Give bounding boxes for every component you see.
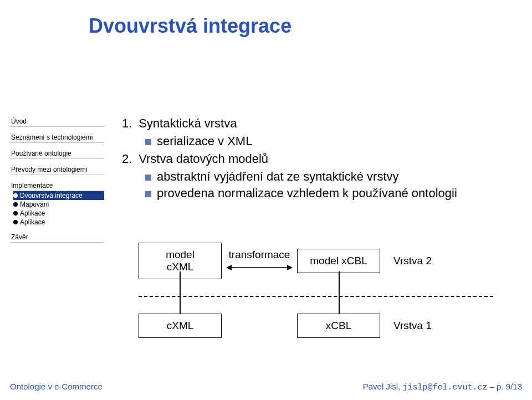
box-xcbl: xCBL [297, 314, 380, 338]
sidebar-sub-label: Aplikace [20, 218, 45, 226]
footer-email: jislp@fel.cvut.cz [402, 383, 487, 392]
list-item-1: 1. Syntaktická vrstva [122, 116, 504, 131]
main-content: 1. Syntaktická vrstva serializace v XML … [122, 116, 504, 203]
footer: Ontologie v e-Commerce Pavel Jisl, jislp… [10, 382, 522, 392]
double-arrow-icon [226, 262, 293, 273]
diagram-row-bottom: cXML xCBL Vrstva 1 [139, 314, 493, 338]
sidebar-sub-dvouvrstva[interactable]: Dvouvrstvá integrace [13, 191, 104, 200]
diagram: model cXML transformace model xCBL Vrstv… [139, 243, 493, 338]
bullet-icon [13, 193, 18, 198]
arrow-transform: transformace [226, 249, 293, 273]
dashed-divider [139, 296, 493, 297]
bullet-icon [13, 211, 18, 216]
square-bullet-icon [145, 139, 151, 145]
svg-marker-2 [287, 265, 293, 270]
sidebar-item-zaver[interactable]: Závěr [10, 232, 104, 243]
list-subitem: provedena normalizace vzhledem k používa… [145, 186, 504, 201]
sidebar-sub: Dvouvrstvá integrace Mapování Aplikace A… [10, 191, 104, 227]
sidebar-sub-mapovani[interactable]: Mapování [13, 200, 104, 209]
connector-line-right [339, 271, 340, 314]
item-number: 1. [122, 116, 135, 131]
subitem-text: abstraktní vyjádření dat ze syntaktické … [157, 170, 399, 184]
subitem-text: serializace v XML [157, 134, 252, 148]
sidebar: Úvod Seznámení s technologiemi Používané… [10, 116, 104, 243]
list-subitem: serializace v XML [145, 134, 504, 148]
list-subitem: abstraktní vyjádření dat ze syntaktické … [145, 170, 504, 184]
svg-marker-1 [226, 265, 232, 270]
sidebar-sub-label: Mapování [20, 201, 49, 208]
item-text: Syntaktická vrstva [139, 116, 237, 130]
diagram-row-top: model cXML transformace model xCBL Vrstv… [139, 243, 493, 279]
square-bullet-icon [145, 175, 151, 181]
layer-1-label: Vrstva 1 [393, 320, 432, 332]
item-text: Vrstva datových modelů [139, 152, 268, 166]
footer-right: Pavel Jisl, jislp@fel.cvut.cz – p. 9/13 [363, 382, 522, 392]
connector-line-left [180, 271, 181, 314]
sidebar-item-implementace[interactable]: Implementace [10, 181, 104, 191]
sidebar-sub-aplikace-2[interactable]: Aplikace [13, 218, 104, 227]
layer-2-label: Vrstva 2 [393, 255, 432, 267]
subitem-text: provedena normalizace vzhledem k používa… [157, 186, 457, 201]
item-number: 2. [122, 152, 135, 166]
box-cxml: cXML [139, 314, 222, 338]
page-title: Dvouvrstvá integrace [89, 14, 291, 38]
sidebar-item-prevody[interactable]: Převody mezi ontologiemi [10, 165, 104, 175]
sidebar-sub-label: Aplikace [20, 209, 45, 217]
bullet-icon [13, 202, 18, 207]
list-item-2: 2. Vrstva datových modelů [122, 152, 504, 166]
bullet-icon [13, 220, 18, 224]
box-model-xcbl: model xCBL [297, 249, 380, 273]
sidebar-sub-aplikace-1[interactable]: Aplikace [13, 209, 104, 218]
arrow-label: transformace [229, 249, 290, 261]
square-bullet-icon [145, 191, 151, 197]
sidebar-item-seznameni[interactable]: Seznámení s technologiemi [10, 132, 104, 143]
footer-left: Ontologie v e-Commerce [10, 382, 103, 392]
sidebar-item-uvod[interactable]: Úvod [10, 116, 104, 127]
sidebar-item-ontologie[interactable]: Používané ontologie [10, 148, 104, 159]
footer-page: – p. 9/13 [487, 382, 522, 391]
footer-author: Pavel Jisl, [363, 382, 403, 391]
sidebar-sub-label: Dvouvrstvá integrace [20, 192, 83, 199]
